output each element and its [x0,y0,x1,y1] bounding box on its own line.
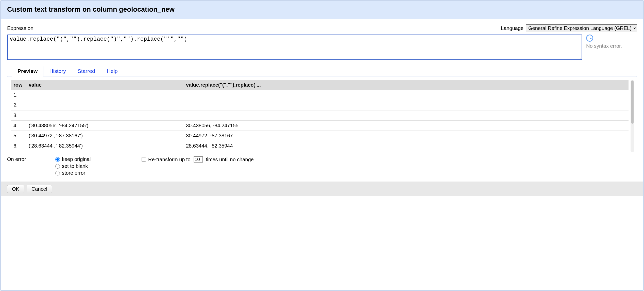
history-icon[interactable] [586,35,593,42]
retransform-wrap: Re-transform up to times until no change [142,156,254,176]
expression-label: Expression [7,25,33,31]
cell-value: ('28.63444', '-82.35944') [26,141,183,151]
tab-starred[interactable]: Starred [72,66,101,76]
tabs: Preview History Starred Help [7,66,637,76]
table-row: 7 [11,151,629,152]
syntax-status: No syntax error. [586,43,622,49]
radio-store-error-label: store error [62,170,85,176]
dialog-title: Custom text transform on column geolocat… [7,6,637,13]
retransform-prefix: Re-transform up to [148,157,191,163]
dialog-body: Expression Language General Refine Expre… [1,19,643,290]
preview-scroll: row value value.replace("(","").replace(… [11,80,629,152]
on-error-keep-original[interactable]: keep original [55,156,142,162]
cell-value: ('30.44972', '-87.38167') [26,131,183,141]
retransform-suffix: times until no change [206,157,254,163]
tab-preview[interactable]: Preview [12,66,43,76]
cancel-button[interactable]: Cancel [27,185,52,193]
tab-help[interactable]: Help [101,66,124,76]
table-row: 4.('30.438056', '-84.247155')30.438056, … [11,121,629,131]
preview-scrollbar-thumb[interactable] [631,80,634,124]
cell-value [26,151,183,152]
dialog-titlebar: Custom text transform on column geolocat… [1,1,643,19]
radio-keep-original-label: keep original [62,156,91,162]
radio-set-to-blank[interactable] [55,164,60,169]
cell-result: 30.438056, -84.247155 [183,121,629,131]
preview-header-row: row value value.replace("(","").replace(… [11,80,629,90]
on-error-store-error[interactable]: store error [55,170,142,176]
language-select[interactable]: General Refine Expression Language (GREL… [526,24,637,32]
cell-result [183,151,629,152]
table-row: 1. [11,90,629,100]
preview-tbody: 1.2.3.4.('30.438056', '-84.247155')30.43… [11,90,629,152]
cell-rownum: 2. [11,100,26,110]
preview-scrollbar[interactable] [631,80,634,152]
cell-value [26,100,183,110]
retransform-checkbox[interactable] [142,157,146,162]
cell-rownum: 7 [11,151,26,152]
table-row: 3. [11,110,629,121]
cell-result [183,90,629,100]
cell-result: 30.44972, -87.38167 [183,131,629,141]
preview-panel: row value value.replace("(","").replace(… [7,76,637,152]
cell-rownum: 1. [11,90,26,100]
col-value: value [26,80,183,90]
cell-rownum: 4. [11,121,26,131]
dialog-window: Custom text transform on column geolocat… [1,1,643,290]
on-error-set-to-blank[interactable]: set to blank [55,163,142,169]
button-row: OK Cancel [1,182,643,196]
expression-area-row: value.replace("(","").replace(")","").re… [7,35,637,60]
language-wrap: Language General Refine Expression Langu… [501,24,637,32]
cell-result [183,110,629,121]
on-error-label: On error [7,156,55,176]
col-row: row [11,80,26,90]
table-row: 2. [11,100,629,110]
cell-rownum: 6. [11,141,26,151]
cell-value [26,90,183,100]
cell-value: ('30.438056', '-84.247155') [26,121,183,131]
ok-button[interactable]: OK [7,185,24,193]
cell-result: 28.63444, -82.35944 [183,141,629,151]
preview-table: row value value.replace("(","").replace(… [11,80,629,152]
expression-side: No syntax error. [586,35,637,60]
radio-store-error[interactable] [55,171,60,175]
expression-textarea[interactable]: value.replace("(","").replace(")","").re… [7,35,582,60]
cell-rownum: 3. [11,110,26,121]
col-result: value.replace("(","").replace( ... [183,80,629,90]
expression-header-row: Expression Language General Refine Expre… [7,24,637,32]
cell-value [26,110,183,121]
tab-history[interactable]: History [43,66,72,76]
on-error-options: keep original set to blank store error [55,156,142,176]
retransform-label[interactable]: Re-transform up to times until no change [142,156,254,163]
cell-rownum: 5. [11,131,26,141]
table-row: 6.('28.63444', '-82.35944')28.63444, -82… [11,141,629,151]
cell-result [183,100,629,110]
table-row: 5.('30.44972', '-87.38167')30.44972, -87… [11,131,629,141]
retransform-count-input[interactable] [194,156,203,163]
radio-keep-original[interactable] [55,157,60,162]
language-label: Language [501,25,523,31]
radio-set-to-blank-label: set to blank [62,163,88,169]
tabs-wrap: Preview History Starred Help row value v… [7,66,637,152]
footer-options: On error keep original set to blank stor… [7,152,637,182]
